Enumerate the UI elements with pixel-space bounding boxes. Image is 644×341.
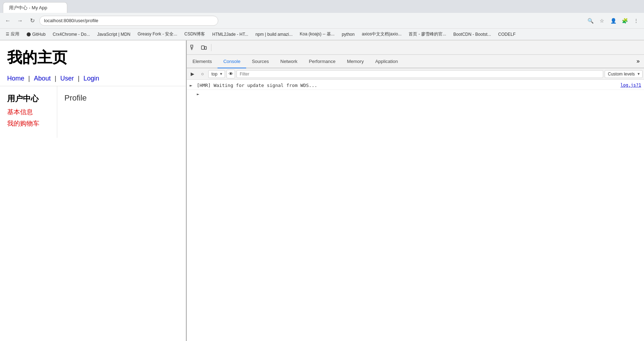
browser-chrome: 用户中心 - My App ← → ↻ 🔍 ☆ 👤 🧩 ⋮ ☰ 应用 ⬤ Git… xyxy=(0,0,644,40)
bookmark-python[interactable]: python xyxy=(339,31,357,38)
bookmark-label: Koa (koajs) -- 基... xyxy=(300,31,335,37)
tab-console[interactable]: Console xyxy=(218,55,246,68)
bookmark-label: CODELF xyxy=(498,32,516,37)
github-icon: ⬤ xyxy=(26,32,31,36)
tab-console-label: Console xyxy=(223,59,240,64)
sidebar-link-cart[interactable]: 我的购物车 xyxy=(7,119,53,128)
bookmark-label: 应用 xyxy=(11,31,19,37)
bookmark-label: 首页 - 廖雪峰的官... xyxy=(409,31,446,37)
nav-link-user[interactable]: User xyxy=(60,75,74,82)
search-icon[interactable]: 🔍 xyxy=(585,16,595,26)
tab-application-label: Application xyxy=(375,59,398,64)
devtools-tabs: Elements Console Sources Network Perform… xyxy=(187,55,644,68)
console-toolbar: ▶ ○ top ▼ 👁 Custom levels ▼ xyxy=(187,68,644,80)
tab-performance-label: Performance xyxy=(309,59,335,64)
sidebar-link-profile[interactable]: 基本信息 xyxy=(7,108,53,116)
forward-button[interactable]: → xyxy=(15,16,25,26)
expand-arrow-icon[interactable]: ► xyxy=(197,92,199,97)
custom-levels-wrapper: Custom levels ▼ xyxy=(605,70,643,78)
nav-link-home[interactable]: Home xyxy=(7,75,24,82)
tab-sources-label: Sources xyxy=(252,59,269,64)
devtools-toolbar xyxy=(187,40,644,55)
browser-tab[interactable]: 用户中心 - My App xyxy=(3,2,67,13)
tab-elements-label: Elements xyxy=(192,59,212,64)
device-toolbar-button[interactable] xyxy=(199,43,209,53)
tab-memory[interactable]: Memory xyxy=(341,55,370,68)
site-sidebar: 用户中心 基本信息 我的购物车 xyxy=(0,86,57,138)
bookmarks-bar: ☰ 应用 ⬤ GitHub Crx4Chrome - Do... JavaScr… xyxy=(0,29,644,40)
svg-rect-3 xyxy=(201,46,204,49)
tab-bar: 用户中心 - My App xyxy=(0,0,644,13)
custom-levels-selector[interactable]: Custom levels xyxy=(605,70,643,78)
site-main-content: Profile xyxy=(64,93,179,103)
bookmark-html2jade[interactable]: HTML2Jade - HT... xyxy=(209,31,251,38)
site-title: 我的主页 xyxy=(7,48,179,68)
tab-network[interactable]: Network xyxy=(275,55,303,68)
bookmark-csdn[interactable]: CSDN博客 xyxy=(181,30,208,38)
sidebar-title: 用户中心 xyxy=(7,93,53,104)
console-run-button[interactable]: ▶ xyxy=(188,70,197,78)
eye-button[interactable]: 👁 xyxy=(226,70,235,78)
bookmark-label: JavaScript | MDN xyxy=(97,32,130,37)
apps-icon: ☰ xyxy=(6,32,9,36)
site-header: 我的主页 xyxy=(0,40,186,71)
console-entry-expand-icon[interactable]: ► xyxy=(190,83,197,88)
back-button[interactable]: ← xyxy=(3,16,13,26)
tab-application[interactable]: Application xyxy=(370,55,404,68)
settings-icon[interactable]: ⋮ xyxy=(631,16,641,26)
bookmark-axios[interactable]: axios中文文档|axio... xyxy=(359,30,404,38)
bookmark-greasyfork[interactable]: Greasy Fork - 安全... xyxy=(135,30,180,38)
bookmark-koa[interactable]: Koa (koajs) -- 基... xyxy=(297,30,337,38)
dt-toolbar-separator xyxy=(211,44,211,51)
tab-sources[interactable]: Sources xyxy=(246,55,275,68)
svg-rect-0 xyxy=(191,45,193,47)
website-content: 我的主页 Home | About | User | Login 用户中心 基本… xyxy=(0,40,186,341)
nav-separator-3: | xyxy=(78,75,82,82)
bookmark-star-icon[interactable]: ☆ xyxy=(597,16,607,26)
context-selector-wrapper: top ▼ xyxy=(208,70,225,78)
svg-rect-4 xyxy=(205,47,206,49)
bookmark-apps[interactable]: ☰ 应用 xyxy=(3,30,22,38)
profile-icon[interactable]: 👤 xyxy=(608,16,618,26)
more-tabs-button[interactable]: » xyxy=(632,55,644,68)
console-filter-input[interactable] xyxy=(236,70,603,78)
reload-button[interactable]: ↻ xyxy=(27,16,37,26)
bookmark-liaoxuefeng[interactable]: 首页 - 廖雪峰的官... xyxy=(406,30,449,38)
bookmark-label: python xyxy=(342,32,355,37)
nav-separator-1: | xyxy=(28,75,32,82)
bookmark-label: Greasy Fork - 安全... xyxy=(138,31,177,37)
bookmark-label: BootCDN - Bootst... xyxy=(453,32,491,37)
console-log-file[interactable]: log.js?1 xyxy=(620,83,641,88)
address-bar: ← → ↻ 🔍 ☆ 👤 🧩 ⋮ xyxy=(0,13,644,29)
nav-link-about[interactable]: About xyxy=(34,75,51,82)
bookmark-codelf[interactable]: CODELF xyxy=(495,31,518,38)
site-nav: Home | About | User | Login xyxy=(0,71,186,86)
console-log-message: [HMR] Waiting for update signal from WDS… xyxy=(197,83,620,88)
site-body: 用户中心 基本信息 我的购物车 Profile xyxy=(0,86,186,138)
main-area: 我的主页 Home | About | User | Login 用户中心 基本… xyxy=(0,40,644,341)
bookmark-mdn[interactable]: JavaScript | MDN xyxy=(94,31,133,38)
tab-memory-label: Memory xyxy=(347,59,364,64)
nav-link-login[interactable]: Login xyxy=(83,75,99,82)
bookmark-crx4chrome[interactable]: Crx4Chrome - Do... xyxy=(50,31,93,38)
tab-elements[interactable]: Elements xyxy=(187,55,218,68)
inspect-element-button[interactable] xyxy=(188,43,198,53)
address-input[interactable] xyxy=(39,16,218,26)
bookmark-label: axios中文文档|axio... xyxy=(362,31,401,37)
devtools-pane: Elements Console Sources Network Perform… xyxy=(186,40,644,341)
tab-performance[interactable]: Performance xyxy=(303,55,341,68)
bookmark-github[interactable]: ⬤ GitHub xyxy=(24,31,48,38)
bookmark-bootcdn[interactable]: BootCDN - Bootst... xyxy=(450,31,494,38)
context-selector[interactable]: top xyxy=(208,70,225,78)
site-main: Profile xyxy=(57,86,186,138)
bookmark-label: GitHub xyxy=(32,32,45,37)
extensions-icon[interactable]: 🧩 xyxy=(620,16,630,26)
bookmark-npm[interactable]: npm | build amazi... xyxy=(253,31,296,38)
bookmark-label: npm | build amazi... xyxy=(255,32,293,37)
console-expand-row: ► xyxy=(187,90,644,98)
bookmark-label: Crx4Chrome - Do... xyxy=(53,32,90,37)
console-clear-button[interactable]: ○ xyxy=(198,70,207,78)
bookmark-label: HTML2Jade - HT... xyxy=(212,32,248,37)
console-output: ► [HMR] Waiting for update signal from W… xyxy=(187,80,644,341)
browser-toolbar-icons: 🔍 ☆ 👤 🧩 ⋮ xyxy=(585,16,641,26)
